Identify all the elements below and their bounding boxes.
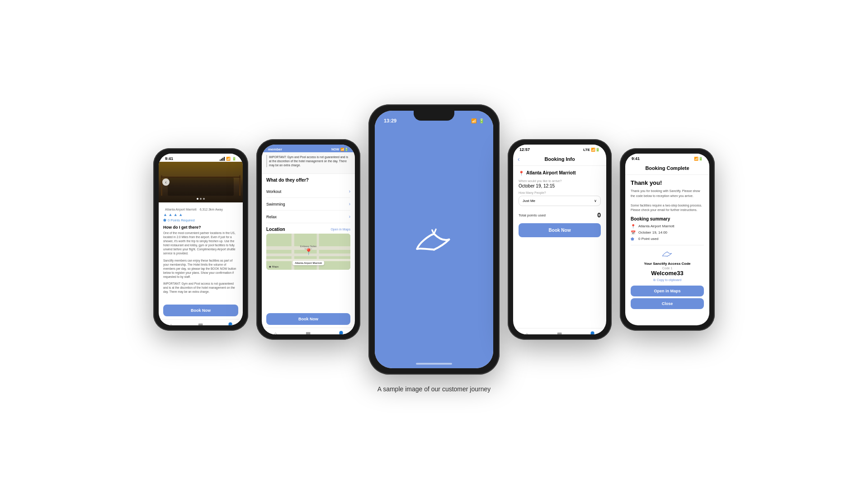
phone3-home-indicator bbox=[416, 363, 452, 365]
chevron-right-icon-3: › bbox=[349, 214, 350, 219]
phone4-points-label: Total points used bbox=[519, 213, 546, 217]
phone2-bottom-nav: ⌂ Home ▦ Access Codes 👤 Profile bbox=[262, 328, 355, 334]
phone4-status-icons: LTE 📶🔋 bbox=[583, 148, 600, 152]
phone1-book-section: Book Now bbox=[159, 302, 243, 319]
phone5-header-title: Booking Complete bbox=[630, 165, 705, 171]
phone1-image-dots bbox=[197, 198, 205, 200]
phone2-member-label: member bbox=[268, 147, 282, 151]
phone2-map-label: Atlanta Airport Marriott bbox=[292, 261, 324, 265]
phone4-people-label: How Many People? bbox=[519, 191, 601, 194]
profile-icon-4: 👤 bbox=[589, 331, 596, 334]
phone2-nav-profile[interactable]: 👤 Profile bbox=[337, 331, 345, 334]
phone1-important-text: IMPORTANT: Gym and Pool access is not gu… bbox=[163, 282, 238, 294]
phone2-map: Embassy Suites by Hilton 📍 Atlanta Airpo… bbox=[266, 234, 350, 270]
phone2-book-button[interactable]: Book Now bbox=[266, 313, 350, 325]
phone4-nav-profile[interactable]: 👤 Profile bbox=[589, 331, 596, 334]
phone5-copy-button[interactable]: ⧉ Copy to clipboard bbox=[631, 278, 704, 282]
phone1-book-button[interactable]: Book Now bbox=[163, 305, 238, 316]
phone2-location-title: Location bbox=[266, 227, 285, 232]
home-icon-4: ⌂ bbox=[525, 331, 528, 334]
phone1-directions-text: One of the most convenient partner locat… bbox=[163, 231, 238, 256]
phone5-status-bar: 9:41 📶🔋 bbox=[625, 154, 709, 162]
access-codes-icon-4: ▦ bbox=[557, 331, 562, 334]
phone5-header: Booking Complete bbox=[625, 162, 709, 175]
chevron-right-icon-2: › bbox=[349, 202, 350, 206]
phone2-body: What do they offer? Workout › Swimming ›… bbox=[262, 174, 355, 310]
page-caption: A sample image of our customer journey bbox=[377, 385, 491, 393]
phone2-amenity-workout[interactable]: Workout › bbox=[266, 185, 350, 198]
phone1-distance: 6,312.3km Away bbox=[200, 208, 223, 211]
phone-2-amenities: member NOW 📶🔋 IMPORTANT: Gym and Pool ac… bbox=[256, 139, 360, 340]
phone5-status-icons: 📶🔋 bbox=[694, 157, 703, 161]
phone5-code-value: Welcome33 bbox=[631, 270, 704, 277]
phone4-people-dropdown[interactable]: Just Me ∨ bbox=[519, 196, 601, 206]
phone5-logo bbox=[631, 249, 704, 260]
sanctify-logo bbox=[411, 221, 457, 258]
phone2-nav-home[interactable]: ⌂ Home bbox=[272, 331, 279, 334]
phone4-body: 📍 Atlanta Airport Marriott When would yo… bbox=[513, 166, 606, 328]
phone1-nav-access[interactable]: ▦ Access Codes bbox=[192, 322, 209, 325]
phone2-amenity-relax[interactable]: Relax › bbox=[266, 211, 350, 223]
phone1-prev-arrow[interactable]: ‹ bbox=[162, 178, 170, 186]
phone5-points: 0 Point used bbox=[638, 237, 658, 241]
points-icon: ⬟ bbox=[631, 237, 636, 241]
phone2-relax-label: Relax bbox=[266, 215, 277, 219]
phone4-nav-home[interactable]: ⌂ Home bbox=[523, 331, 530, 334]
phone2-important-text: IMPORTANT: Gym and Pool access is not gu… bbox=[266, 155, 350, 167]
phone1-status-bar: 9:41 📶 🔋 bbox=[159, 154, 243, 162]
phone1-content: ‹ Atlanta Airport Marriott 6,312.3km Awa… bbox=[159, 162, 243, 325]
phone2-book-section: Book Now bbox=[262, 310, 355, 328]
phone4-header: ‹ Booking Info bbox=[513, 153, 606, 166]
phone5-close-button[interactable]: Close bbox=[631, 298, 704, 309]
phone-5-booking-complete: 9:41 📶🔋 Booking Complete Thank you! Than… bbox=[620, 148, 715, 331]
phone2-open-maps-link[interactable]: Open in Maps bbox=[330, 228, 350, 231]
calendar-icon: 📅 bbox=[631, 230, 636, 235]
phone5-time: 9:41 bbox=[632, 156, 640, 161]
phone4-arrive-value: October 19, 12:15 bbox=[519, 183, 601, 188]
home-icon: ⌂ bbox=[169, 322, 172, 325]
phone3-status-icons: 📶 🔋 bbox=[471, 118, 484, 123]
phone4-people-value: Just Me bbox=[523, 199, 535, 203]
phone5-open-maps-button[interactable]: Open in Maps bbox=[631, 286, 704, 296]
phone2-apple-maps: ◆ Maps bbox=[269, 265, 278, 268]
phone5-access-title: Your Sanctify Access Code bbox=[631, 262, 704, 266]
phone4-title: Booking Info bbox=[544, 156, 575, 162]
phone1-nav-home[interactable]: ⌂ Home bbox=[167, 322, 175, 325]
map-pin-icon: 📍 bbox=[305, 248, 312, 255]
phone5-summary-location: 📍 Atlanta Airport Marriott bbox=[631, 224, 704, 229]
home-icon-2: ⌂ bbox=[274, 331, 277, 334]
phone4-nav-access[interactable]: ▦ Access Codes bbox=[551, 331, 568, 334]
profile-icon-2: 👤 bbox=[338, 331, 344, 334]
phone1-member-text: Sanctify members can enjoy these facilit… bbox=[163, 258, 238, 279]
phone2-swimming-label: Swimming bbox=[266, 202, 285, 206]
location-icon-5: 📍 bbox=[631, 224, 636, 229]
phone4-back-button[interactable]: ‹ bbox=[518, 155, 520, 163]
phone4-location-name: Atlanta Airport Marriott bbox=[526, 170, 576, 175]
copy-icon: ⧉ bbox=[653, 278, 656, 282]
chevron-down-icon: ∨ bbox=[594, 199, 597, 203]
phone4-points-value: 0 bbox=[597, 211, 601, 219]
phone2-workout-label: Workout bbox=[266, 189, 281, 194]
access-codes-icon: ▦ bbox=[198, 322, 203, 325]
phone3-notch bbox=[414, 111, 454, 121]
phone4-content: ‹ Booking Info 📍 Atlanta Airport Marriot… bbox=[513, 153, 606, 334]
phone3-content: 13:29 📶 🔋 bbox=[375, 111, 493, 368]
phone5-content: Booking Complete Thank you! Thank you fo… bbox=[625, 162, 709, 325]
phone5-date: October 19, 14:00 bbox=[638, 230, 667, 235]
phone2-amenity-swimming[interactable]: Swimming › bbox=[266, 198, 350, 211]
phone4-status-bar: 12:57 LTE 📶🔋 bbox=[513, 145, 606, 153]
phone2-offer-title: What do they offer? bbox=[266, 178, 350, 183]
phone5-summary-date: 📅 October 19, 14:00 bbox=[631, 230, 704, 235]
phone1-nav-profile[interactable]: 👤 Profile bbox=[226, 322, 234, 325]
phone2-nav-access[interactable]: ▦ Access Codes bbox=[299, 331, 316, 334]
phone2-status-icons: NOW 📶🔋 bbox=[331, 148, 349, 151]
phone-4-booking-info: 12:57 LTE 📶🔋 ‹ Booking Info 📍 Atlanta Ai… bbox=[508, 139, 612, 340]
phone5-thank-you-desc: Thank you for booking with Sanctify. Ple… bbox=[631, 189, 704, 213]
phone2-location-header: Location Open in Maps bbox=[266, 227, 350, 232]
phone4-location-row: 📍 Atlanta Airport Marriott bbox=[519, 170, 601, 176]
phone3-time: 13:29 bbox=[384, 118, 396, 123]
chevron-right-icon: › bbox=[349, 189, 350, 194]
access-codes-icon-2: ▦ bbox=[306, 331, 311, 334]
phone4-book-button[interactable]: Book Now bbox=[519, 223, 601, 237]
phone5-summary-points: ⬟ 0 Point used bbox=[631, 237, 704, 241]
